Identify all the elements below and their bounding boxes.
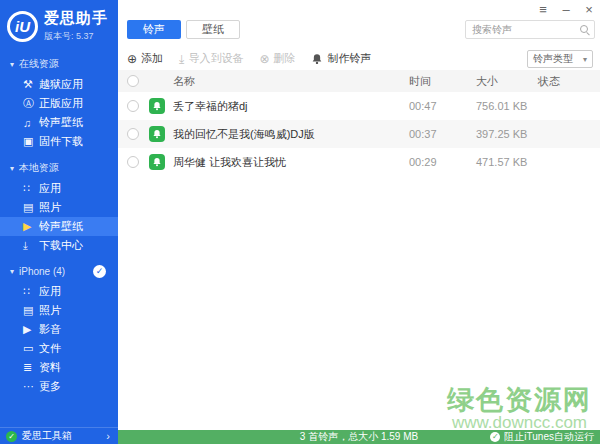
plus-circle-icon: ⊕	[127, 52, 137, 66]
window-controls: ≡ – ×	[536, 2, 596, 17]
search-box	[465, 20, 595, 39]
section-title-label: 在线资源	[19, 57, 59, 71]
chevron-down-icon: ▾	[583, 55, 587, 64]
sidebar-item-local-ringtones-selected[interactable]: ▶ 铃声壁纸	[0, 217, 118, 236]
column-header-time[interactable]: 时间	[409, 74, 476, 89]
tab-ringtone[interactable]: 铃声	[127, 20, 181, 39]
column-header-status[interactable]: 状态	[538, 74, 600, 89]
column-header-size[interactable]: 大小	[476, 74, 538, 89]
toolbox-entry[interactable]: ✓ 爱思工具箱 ›	[0, 427, 118, 444]
sidebar-item-device-apps[interactable]: ∷ 应用	[0, 282, 118, 301]
block-itunes-label: 阻止iTunes自动运行	[504, 430, 594, 444]
table-header: 名称 时间 大小 状态	[118, 70, 600, 92]
chevron-down-icon: ▾	[10, 60, 14, 69]
ringtone-play-icon: ▶	[23, 220, 39, 233]
logo-icon: iU	[7, 11, 38, 42]
sidebar-item-label: 照片	[39, 200, 61, 215]
table-row[interactable]: 我的回忆不是我(海鸣威)DJ版 00:37 397.25 KB	[118, 120, 600, 148]
chevron-down-icon: ▾	[10, 164, 14, 173]
site-watermark: 绿色资源网 www.downcc.com	[447, 386, 592, 432]
app-title: 爱思助手	[44, 9, 108, 28]
sidebar-item-device-photos[interactable]: ▤ 照片	[0, 301, 118, 320]
tab-wallpaper[interactable]: 壁纸	[186, 20, 240, 39]
ringtone-size: 756.01 KB	[476, 100, 538, 112]
sidebar-item-jailbreak-apps[interactable]: ⚒ 越狱应用	[0, 75, 118, 94]
close-icon[interactable]: ×	[582, 2, 596, 17]
ringtone-duration: 00:37	[409, 128, 476, 140]
table-row[interactable]: 周华健 让我欢喜让我忧 00:29 471.57 KB	[118, 148, 600, 176]
status-bar: 3 首铃声，总大小 1.59 MB ✓ 阻止iTunes自动运行	[118, 430, 600, 444]
sidebar-item-label: 越狱应用	[39, 77, 83, 92]
ringtone-name: 丢了幸福的猪dj	[173, 99, 409, 114]
search-icon[interactable]	[579, 24, 590, 35]
delete-button[interactable]: ⊗ 删除	[259, 51, 295, 66]
ringtone-duration: 00:29	[409, 156, 476, 168]
add-button[interactable]: ⊕ 添加	[127, 51, 163, 66]
delete-circle-icon: ⊗	[259, 52, 269, 66]
music-note-icon: ♫	[23, 117, 39, 129]
ringtone-size: 397.25 KB	[476, 128, 538, 140]
chevron-right-icon: ›	[106, 430, 110, 442]
make-ringtone-button[interactable]: 制作铃声	[311, 51, 371, 66]
ringtone-type-label: 铃声类型	[533, 52, 573, 66]
sidebar-item-label: 铃声壁纸	[39, 219, 83, 234]
ellipsis-icon: ⋯	[23, 380, 39, 393]
sidebar-item-label: 照片	[39, 303, 61, 318]
sidebar-item-label: 正版应用	[39, 96, 83, 111]
ringtone-type-dropdown[interactable]: 铃声类型 ▾	[527, 50, 593, 68]
sidebar-item-download-center[interactable]: ⤓ 下载中心	[0, 236, 118, 255]
row-checkbox[interactable]	[127, 156, 139, 168]
minimize-icon[interactable]: –	[559, 2, 573, 17]
jailbreak-icon: ⚒	[23, 78, 39, 91]
sidebar-item-device-data[interactable]: ≣ 资料	[0, 358, 118, 377]
ringtone-duration: 00:47	[409, 100, 476, 112]
ringtone-bell-icon	[149, 98, 165, 114]
make-ringtone-label: 制作铃声	[327, 51, 371, 66]
sidebar-item-firmware-download[interactable]: ▣ 固件下载	[0, 132, 118, 151]
search-input[interactable]	[472, 24, 579, 35]
sidebar-item-label: 影音	[39, 322, 61, 337]
section-title-label: 本地资源	[19, 161, 59, 175]
toolbox-label: 爱思工具箱	[22, 429, 72, 443]
sidebar-item-genuine-apps[interactable]: Ⓐ 正版应用	[0, 94, 118, 113]
block-itunes-toggle[interactable]: ✓ 阻止iTunes自动运行	[490, 430, 594, 444]
photo-icon: ▤	[23, 201, 39, 214]
sidebar: iU 爱思助手 版本号: 5.37 ▾ 在线资源 ⚒ 越狱应用 Ⓐ 正版应用 ♫…	[0, 0, 118, 444]
import-label: 导入到设备	[188, 51, 243, 66]
column-header-name[interactable]: 名称	[173, 74, 409, 89]
content-tabs: 铃声 壁纸	[127, 20, 240, 39]
sidebar-item-local-photos[interactable]: ▤ 照片	[0, 198, 118, 217]
add-label: 添加	[141, 51, 163, 66]
download-icon: ⤓	[23, 239, 39, 252]
check-circle-icon: ✓	[490, 432, 500, 442]
row-checkbox[interactable]	[127, 128, 139, 140]
sidebar-item-device-files[interactable]: ▭ 文件	[0, 339, 118, 358]
delete-label: 删除	[273, 51, 295, 66]
select-all-checkbox[interactable]	[127, 75, 139, 87]
toolbar: ⊕ 添加 ⤓ 导入到设备 ⊗ 删除 制作铃声	[127, 51, 371, 66]
section-title-label: iPhone (4)	[19, 266, 65, 277]
check-circle-icon: ✓	[6, 431, 17, 442]
appstore-icon: Ⓐ	[23, 96, 39, 111]
sidebar-section-online[interactable]: ▾ 在线资源	[0, 47, 118, 75]
app-window: iU 爱思助手 版本号: 5.37 ▾ 在线资源 ⚒ 越狱应用 Ⓐ 正版应用 ♫…	[0, 0, 600, 444]
sidebar-item-local-apps[interactable]: ∷ 应用	[0, 179, 118, 198]
apps-grid-icon: ∷	[23, 182, 39, 195]
import-to-device-button[interactable]: ⤓ 导入到设备	[179, 51, 243, 66]
ringtone-bell-icon	[149, 154, 165, 170]
sidebar-item-more[interactable]: ⋯ 更多	[0, 377, 118, 396]
watermark-title: 绿色资源网	[447, 386, 592, 414]
media-play-icon: ▶	[23, 323, 39, 336]
main-panel: ≡ – × 铃声 壁纸 ⊕ 添加 ⤓ 导入到设备 ⊗ 删除	[118, 0, 600, 444]
table-row[interactable]: 丢了幸福的猪dj 00:47 756.01 KB	[118, 92, 600, 120]
sidebar-item-online-ringtones[interactable]: ♫ 铃声壁纸	[0, 113, 118, 132]
sidebar-section-iphone[interactable]: ▾ iPhone (4) ✓	[0, 255, 118, 282]
sidebar-section-local[interactable]: ▾ 本地资源	[0, 151, 118, 179]
sidebar-item-label: 应用	[39, 284, 61, 299]
sidebar-item-label: 固件下载	[39, 134, 83, 149]
sidebar-item-device-media[interactable]: ▶ 影音	[0, 320, 118, 339]
menu-icon[interactable]: ≡	[536, 2, 550, 17]
bell-icon	[311, 53, 323, 65]
chevron-down-icon: ▾	[10, 267, 14, 276]
row-checkbox[interactable]	[127, 100, 139, 112]
